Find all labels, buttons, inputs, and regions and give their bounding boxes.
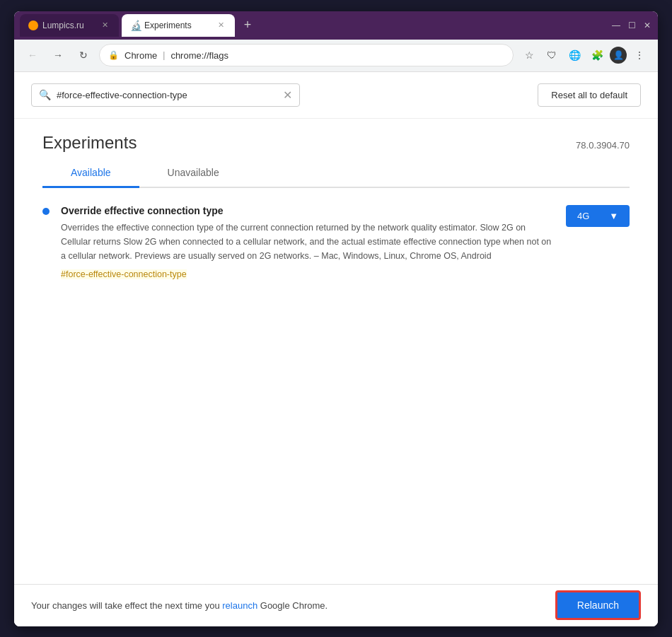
message-after-link: Google Chrome.: [257, 600, 328, 611]
extensions-button[interactable]: 🧩: [587, 45, 607, 65]
title-bar: Lumpics.ru ✕ 🔬 Experiments ✕ + — ☐ ✕: [14, 11, 658, 40]
address-lock-icon: 🔒: [108, 50, 119, 60]
experiments-header: Experiments 78.0.3904.70: [14, 119, 658, 158]
tab-inactive-label: Lumpics.ru: [42, 21, 84, 30]
globe-button[interactable]: 🌐: [564, 45, 584, 65]
bottom-bar: Your changes will take effect the next t…: [14, 584, 658, 626]
experiment-description: Overrides the effective connection type …: [61, 221, 555, 263]
address-separator: |: [163, 50, 165, 60]
version-number: 78.0.3904.70: [576, 140, 630, 151]
tab-active-close[interactable]: ✕: [215, 20, 226, 31]
search-area: 🔍 ✕ Reset all to default: [14, 72, 658, 119]
experiment-info: Override effective connection type Overr…: [61, 205, 555, 280]
search-box: 🔍 ✕: [31, 83, 300, 107]
back-button[interactable]: ←: [23, 45, 42, 65]
forward-button[interactable]: →: [48, 45, 68, 65]
message-before-link: Your changes will take effect the next t…: [31, 600, 222, 611]
experiment-link[interactable]: #force-effective-connection-type: [61, 269, 187, 279]
close-button[interactable]: ✕: [642, 21, 652, 30]
dropdown-value: 4G: [577, 211, 589, 221]
experiment-dot: [42, 208, 50, 215]
browser-window: Lumpics.ru ✕ 🔬 Experiments ✕ + — ☐ ✕ ← →…: [14, 11, 658, 626]
search-icon: 🔍: [39, 89, 51, 100]
tab-active[interactable]: 🔬 Experiments ✕: [122, 14, 235, 37]
relaunch-link[interactable]: relaunch: [222, 600, 257, 611]
relaunch-button[interactable]: Relaunch: [555, 590, 641, 620]
toolbar-icons: ☆ 🛡 🌐 🧩 👤 ⋮: [519, 45, 649, 65]
address-brand: Chrome: [124, 50, 157, 61]
profile-avatar[interactable]: 👤: [610, 47, 627, 64]
page-title: Experiments: [42, 133, 137, 153]
menu-button[interactable]: ⋮: [630, 45, 649, 65]
experiment-list: Override effective connection type Overr…: [14, 188, 658, 308]
search-clear-button[interactable]: ✕: [283, 88, 292, 102]
search-input[interactable]: [57, 90, 277, 100]
experiment-item: Override effective connection type Overr…: [42, 205, 630, 280]
content-wrapper: 🔍 ✕ Reset all to default Experiments 78.…: [14, 72, 658, 626]
bookmark-button[interactable]: ☆: [519, 45, 539, 65]
new-tab-button[interactable]: +: [238, 16, 257, 35]
tab-inactive-close[interactable]: ✕: [99, 20, 110, 31]
tab-active-label: Experiments: [144, 21, 192, 30]
dropdown-arrow-icon: ▼: [609, 211, 618, 221]
reset-all-button[interactable]: Reset all to default: [538, 83, 641, 107]
page-content: Experiments 78.0.3904.70 Available Unava…: [14, 119, 658, 584]
tab-inactive[interactable]: Lumpics.ru ✕: [20, 14, 119, 37]
bottom-message: Your changes will take effect the next t…: [31, 600, 328, 611]
minimize-button[interactable]: —: [611, 21, 621, 30]
experiment-name: Override effective connection type: [61, 205, 555, 216]
reload-button[interactable]: ↻: [74, 45, 93, 65]
browser-toolbar: ← → ↻ 🔒 Chrome | chrome://flags ☆ 🛡 🌐 🧩 …: [14, 40, 658, 72]
window-controls: — ☐ ✕: [611, 21, 652, 30]
experiments-favicon: 🔬: [130, 21, 140, 30]
address-url: chrome://flags: [170, 50, 228, 61]
tabs-bar: Available Unavailable: [42, 158, 630, 188]
tab-available[interactable]: Available: [42, 158, 139, 187]
lumpics-favicon: [28, 21, 38, 30]
experiment-dropdown[interactable]: 4G ▼: [566, 205, 630, 227]
tab-unavailable[interactable]: Unavailable: [139, 158, 248, 187]
shield-button[interactable]: 🛡: [542, 45, 562, 65]
maximize-button[interactable]: ☐: [627, 21, 637, 30]
address-bar[interactable]: 🔒 Chrome | chrome://flags: [99, 44, 514, 66]
